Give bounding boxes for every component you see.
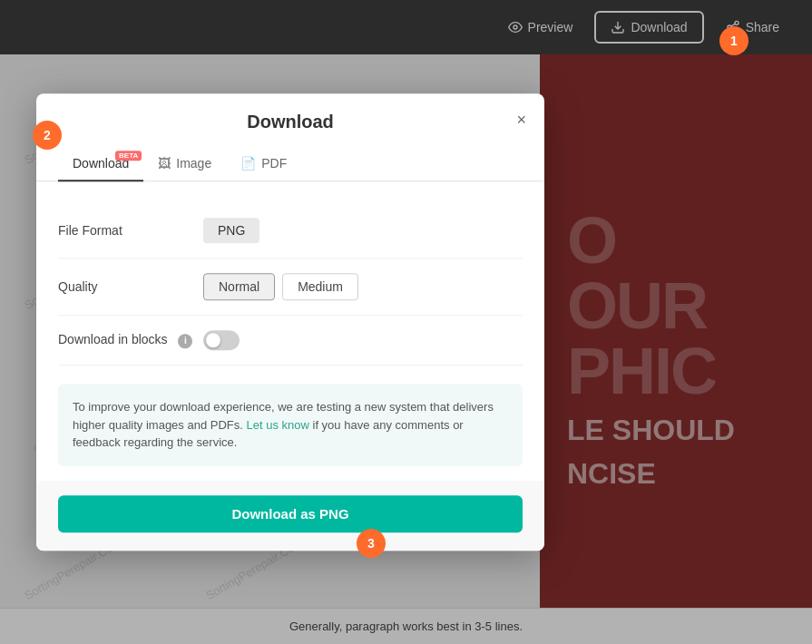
modal-header: Download × bbox=[36, 93, 544, 132]
badge-2: 2 bbox=[33, 121, 62, 150]
image-icon: 🖼 bbox=[158, 156, 171, 171]
modal-close-button[interactable]: × bbox=[513, 108, 530, 132]
pdf-icon: 📄 bbox=[240, 156, 256, 171]
modal-footer: Download as PNG bbox=[36, 481, 544, 551]
quality-row: Quality Normal Medium bbox=[58, 259, 523, 316]
quality-label: Quality bbox=[58, 279, 203, 294]
modal-tabs: Download BETA 🖼 Image 📄 PDF bbox=[36, 147, 544, 181]
file-format-label: File Format bbox=[58, 223, 203, 238]
modal-overlay[interactable]: Download × Download BETA 🖼 Image 📄 PDF F… bbox=[0, 0, 812, 644]
quality-controls: Normal Medium bbox=[203, 273, 358, 300]
tab-pdf-label: PDF bbox=[261, 156, 287, 171]
badge-3: 3 bbox=[357, 529, 386, 558]
download-cta-button[interactable]: Download as PNG bbox=[58, 495, 523, 532]
tab-pdf[interactable]: 📄 PDF bbox=[226, 147, 301, 181]
quality-medium-button[interactable]: Medium bbox=[282, 273, 358, 300]
quality-normal-button[interactable]: Normal bbox=[203, 273, 275, 300]
modal-body: File Format PNG Quality Normal Medium Do… bbox=[36, 181, 544, 466]
tab-image[interactable]: 🖼 Image bbox=[143, 147, 226, 181]
blocks-row: Download in blocks i bbox=[58, 316, 523, 366]
badge-1: 1 bbox=[719, 26, 748, 55]
blocks-info-icon[interactable]: i bbox=[178, 334, 192, 348]
tab-image-label: Image bbox=[176, 156, 211, 171]
file-format-controls: PNG bbox=[203, 218, 259, 243]
file-format-row: File Format PNG bbox=[58, 203, 523, 259]
format-png-button[interactable]: PNG bbox=[203, 218, 259, 243]
tab-download[interactable]: Download BETA bbox=[58, 147, 143, 181]
beta-badge: BETA bbox=[115, 151, 142, 161]
blocks-toggle[interactable] bbox=[203, 330, 240, 350]
info-link[interactable]: Let us know bbox=[247, 418, 309, 432]
info-box: To improve your download experience, we … bbox=[58, 384, 523, 466]
modal-title: Download bbox=[58, 112, 523, 132]
blocks-controls bbox=[203, 330, 240, 350]
blocks-label: Download in blocks i bbox=[58, 333, 203, 349]
download-modal: Download × Download BETA 🖼 Image 📄 PDF F… bbox=[36, 93, 544, 551]
